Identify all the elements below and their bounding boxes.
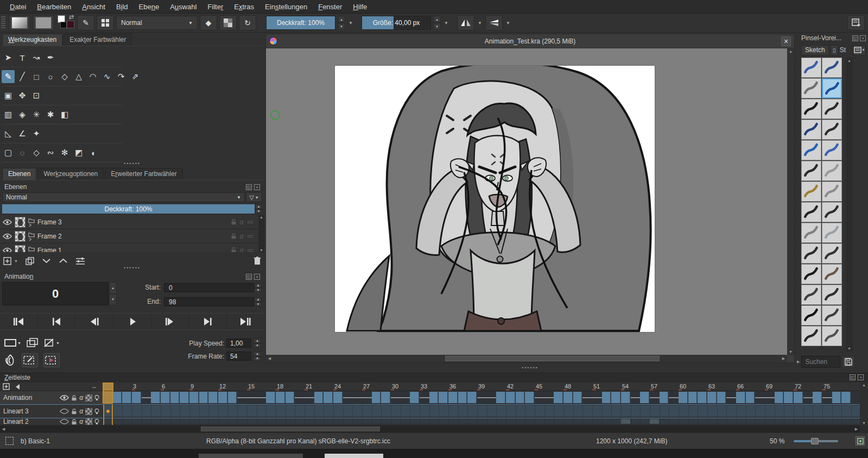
- timeline-frames-area[interactable]: [103, 391, 860, 404]
- size-options-arrow[interactable]: ▼: [443, 16, 449, 30]
- tab-werkzeugkasten[interactable]: Werkzeugkasten: [2, 34, 62, 46]
- reload-preset-button[interactable]: ↻: [239, 15, 256, 30]
- line-tool[interactable]: ╱: [16, 70, 29, 83]
- frame-cell[interactable]: [832, 392, 841, 403]
- inherit-alpha-icon[interactable]: ≔: [247, 246, 254, 252]
- frame-cell[interactable]: [324, 392, 333, 403]
- brush-preset[interactable]: [822, 305, 842, 325]
- play-button[interactable]: [113, 313, 151, 330]
- transform-select-tool[interactable]: ➤: [2, 51, 15, 64]
- visibility-eye-icon[interactable]: [60, 418, 69, 425]
- frame-cell[interactable]: [621, 392, 630, 403]
- end-frame-field[interactable]: 98: [164, 297, 254, 306]
- alpha-lock-icon[interactable]: α: [240, 246, 244, 252]
- brush-preset[interactable]: [822, 285, 842, 305]
- frame-cell[interactable]: [535, 392, 544, 403]
- brush-grid-scrollbar[interactable]: ▲▼: [846, 58, 853, 352]
- frame-cell[interactable]: [775, 392, 784, 403]
- audio-options-icon[interactable]: [14, 384, 22, 390]
- timeline-row-lineart-2[interactable]: Lineart 2α: [0, 418, 860, 425]
- visibility-eye-icon[interactable]: [3, 219, 12, 225]
- subwindow-titlebar[interactable]: Animation_Test.kra (290,5 MiB) ✕: [266, 34, 794, 48]
- onion-skin-icon[interactable]: [94, 408, 99, 415]
- frame-cell[interactable]: [841, 392, 851, 403]
- frame-rate-spinner[interactable]: ▲▼: [254, 352, 261, 361]
- next-frame-button[interactable]: [151, 313, 189, 330]
- close-docker-icon[interactable]: ×: [254, 184, 260, 190]
- timeline-frames-area[interactable]: [103, 418, 860, 425]
- brush-preset[interactable]: [801, 305, 821, 325]
- mirror-vertical-options-arrow[interactable]: ▼: [505, 16, 511, 30]
- frame-cell[interactable]: [151, 392, 160, 403]
- frame-cell[interactable]: [487, 392, 497, 403]
- layer-blending-mode-dropdown[interactable]: Normal▼: [2, 192, 245, 202]
- frame-cell[interactable]: [765, 392, 775, 403]
- frame-cell[interactable]: [333, 392, 343, 403]
- play-speed-field[interactable]: 1,00: [226, 338, 251, 348]
- brush-preset[interactable]: [801, 243, 821, 263]
- zoom-slider[interactable]: [794, 440, 838, 442]
- alpha-lock-icon[interactable]: α: [240, 232, 244, 240]
- layer-row[interactable]: Frame 1α≔: [0, 243, 264, 252]
- frame-cell[interactable]: [142, 392, 151, 403]
- jump-last-button[interactable]: [227, 313, 264, 330]
- add-layer-button[interactable]: [3, 257, 11, 265]
- frame-cell[interactable]: [113, 392, 122, 403]
- brush-preset[interactable]: [822, 326, 842, 346]
- frame-cell[interactable]: [563, 392, 573, 403]
- frame-cell[interactable]: [286, 392, 295, 403]
- frame-cell[interactable]: [477, 392, 487, 403]
- onion-skin-icon[interactable]: [94, 418, 99, 425]
- layer-list-scrollbar[interactable]: ▲▼: [258, 215, 264, 252]
- eraser-mode-button[interactable]: ◆: [200, 15, 217, 30]
- edit-shapes-tool[interactable]: ↝: [30, 51, 43, 64]
- frame-cell[interactable]: [650, 392, 660, 403]
- menu-fenster[interactable]: Fenster: [313, 1, 347, 13]
- alpha-lock-icon[interactable]: α: [79, 418, 83, 425]
- clone-frames-button[interactable]: [27, 338, 39, 348]
- layer-opacity-slider[interactable]: Deckkraft: 100%: [2, 204, 255, 214]
- timeline-frames-area[interactable]: [103, 405, 860, 418]
- menu-datei[interactable]: Datei: [4, 1, 31, 13]
- frame-cell[interactable]: [199, 392, 208, 403]
- frame-cell[interactable]: [247, 392, 257, 403]
- frame-cell[interactable]: [554, 392, 563, 403]
- brush-preset[interactable]: [801, 202, 821, 222]
- layer-row[interactable]: Frame 3α≔: [0, 215, 264, 229]
- preserve-alpha-button[interactable]: [219, 15, 237, 30]
- brush-preset[interactable]: [822, 58, 842, 78]
- frame-cell[interactable]: [372, 392, 381, 403]
- render-animation-button[interactable]: [43, 353, 60, 367]
- frame-cell[interactable]: [189, 392, 199, 403]
- frame-cell[interactable]: [592, 392, 602, 403]
- add-layer-icon[interactable]: [3, 383, 10, 390]
- frame-cell[interactable]: [314, 392, 324, 403]
- brush-search-input[interactable]: [801, 356, 840, 368]
- tab-erweiterter-farbw-hler[interactable]: Erweiterter Farbwähler: [105, 168, 182, 180]
- brush-preset[interactable]: [801, 161, 821, 181]
- start-frame-field[interactable]: 0: [164, 283, 254, 292]
- similar-color-selection-tool[interactable]: ✻: [58, 146, 71, 159]
- frame-cell[interactable]: [276, 392, 285, 403]
- menu-bild[interactable]: Bild: [111, 1, 134, 13]
- frame-cell[interactable]: [794, 392, 803, 403]
- menu-filter[interactable]: Filter: [202, 1, 229, 13]
- frame-cell[interactable]: [640, 392, 649, 403]
- frame-cell[interactable]: [420, 392, 429, 403]
- frame-cell[interactable]: [448, 392, 458, 403]
- frame-rate-field[interactable]: 54: [226, 352, 251, 361]
- close-docker-icon[interactable]: ×: [860, 35, 866, 41]
- frame-cell[interactable]: [611, 392, 620, 403]
- layer-opacity-spinner[interactable]: ▲▼: [255, 204, 262, 214]
- timeline-vertical-scrollbar[interactable]: ▲▼: [860, 382, 868, 425]
- multibrush-tool[interactable]: ⇗: [129, 70, 142, 83]
- measure-tool[interactable]: ∠: [16, 127, 29, 140]
- duplicate-layer-button[interactable]: [26, 257, 34, 265]
- frame-cell[interactable]: [208, 392, 218, 403]
- visibility-eye-icon[interactable]: [60, 394, 69, 401]
- lock-icon[interactable]: [71, 408, 77, 415]
- frame-cell[interactable]: [707, 392, 717, 403]
- frame-cell[interactable]: [496, 392, 505, 403]
- timeline-horizontal-scrollbar[interactable]: ◀ ▶: [0, 425, 860, 432]
- inherit-alpha-icon[interactable]: [85, 394, 92, 401]
